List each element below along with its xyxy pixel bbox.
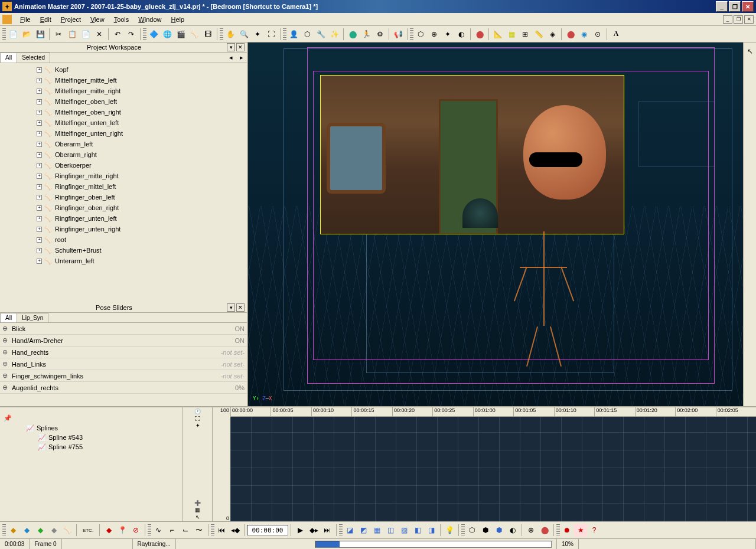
mdi-restore[interactable]: ❐ <box>734 15 743 24</box>
render-2[interactable]: ◉ <box>578 28 591 41</box>
cube-1[interactable]: ◪ <box>343 524 356 537</box>
tree-label[interactable]: Ringfinger_unten_right <box>55 226 120 233</box>
draw-2[interactable]: ⊕ <box>428 28 441 41</box>
expander-icon[interactable]: + <box>37 195 42 200</box>
tree-item[interactable]: +🦴Kopf <box>1 64 246 75</box>
obj-5[interactable]: ⊕ <box>524 524 537 537</box>
expander-icon[interactable]: + <box>37 99 42 104</box>
obj-3[interactable]: ⬢ <box>493 524 506 537</box>
expander-icon[interactable]: + <box>37 163 42 168</box>
key-tool-3[interactable]: ◆ <box>34 524 47 537</box>
tree-label[interactable]: Ringfinger_oben_left <box>55 194 115 201</box>
menu-file[interactable]: FFileile <box>15 15 35 24</box>
obj-6[interactable]: ⬤ <box>538 524 551 537</box>
tree-label[interactable]: Mittelfinger_unten_left <box>55 119 119 126</box>
viewport-3d[interactable]: Y↑ Z─X <box>248 43 743 406</box>
expander-icon[interactable]: + <box>37 67 42 73</box>
tool-4[interactable]: 🦴 <box>188 28 201 41</box>
restore-button[interactable]: ❐ <box>729 1 741 12</box>
minimize-button[interactable]: _ <box>716 1 728 12</box>
pan-button[interactable]: ✋ <box>224 28 237 41</box>
tree-label[interactable]: Mittelfinger_oben_left <box>55 98 117 105</box>
goto-end[interactable]: ⏭ <box>321 524 334 537</box>
edit-1[interactable]: 📐 <box>491 28 504 41</box>
expander-icon[interactable]: + <box>37 259 42 264</box>
expander-icon[interactable]: + <box>37 131 42 136</box>
expander-icon[interactable]: + <box>37 205 42 211</box>
tree-item[interactable]: +🦴Oberarm_left <box>1 139 246 149</box>
tree-item[interactable]: +🦴Mittelfinger_unten_left <box>1 117 246 128</box>
cube-6[interactable]: ◧ <box>411 524 424 537</box>
pose-close[interactable]: ✕ <box>236 303 245 312</box>
tree-label[interactable]: root <box>55 236 66 243</box>
tree-label[interactable]: Unterarm_left <box>55 257 94 264</box>
draw-3[interactable]: ✦ <box>441 28 454 41</box>
obj-2[interactable]: ⬢ <box>479 524 492 537</box>
menu-help[interactable]: Help <box>166 15 189 24</box>
tree-item[interactable]: +🦴Mittelfinger_mitte_right <box>1 86 246 96</box>
menu-window[interactable]: Window <box>133 15 166 24</box>
pose-tab-all[interactable]: All <box>0 313 17 322</box>
tree-label[interactable]: Ringfinger_mittel_left <box>55 183 116 190</box>
tree-item[interactable]: +🦴Unterarm_left <box>1 256 246 266</box>
slider-row[interactable]: ⊕Hand/Arm-DreherON <box>0 335 247 347</box>
ruler-tick[interactable]: 00:00:25 <box>432 407 472 416</box>
obj-1[interactable]: ⬡ <box>465 524 478 537</box>
mode-2[interactable]: ⬡ <box>301 28 314 41</box>
tree-label[interactable]: Ringfinger_mitte_right <box>55 172 119 179</box>
edit-4[interactable]: 📏 <box>532 28 545 41</box>
key-tool-1[interactable]: ◆ <box>6 524 19 537</box>
expander-icon[interactable]: + <box>37 184 42 189</box>
edit-3[interactable]: ⊞ <box>519 28 532 41</box>
key-del[interactable]: 📍 <box>116 524 129 537</box>
open-button[interactable]: 📂 <box>20 28 33 41</box>
mode-8[interactable]: 📢 <box>392 28 405 41</box>
ruler-tick[interactable]: 00:00:15 <box>351 407 392 416</box>
ruler-tick[interactable]: 00:01:00 <box>473 407 513 416</box>
tree-label[interactable]: Mittelfinger_oben_right <box>55 109 121 116</box>
mode-3[interactable]: 🔧 <box>314 28 327 41</box>
ruler-tick[interactable]: 00:00:00 <box>230 407 271 416</box>
slider-row[interactable]: ⊕Hand_Links-not set- <box>0 358 247 370</box>
tool-3[interactable]: 🎬 <box>174 28 187 41</box>
help-button[interactable]: ? <box>588 524 601 537</box>
curve-3[interactable]: ⌙ <box>179 524 192 537</box>
ruler-tick[interactable]: 00:01:15 <box>594 407 634 416</box>
tree-item[interactable]: +🦴Mittelfinger_oben_right <box>1 107 246 117</box>
delete-button[interactable]: ✕ <box>93 28 106 41</box>
pushpin-icon[interactable]: 📌 <box>4 414 12 421</box>
curve-4[interactable]: 〜 <box>193 524 206 537</box>
timeline-ruler[interactable]: 00:00:0000:00:0500:00:1000:00:1500:00:20… <box>230 407 756 417</box>
mode-6[interactable]: 🏃 <box>360 28 373 41</box>
tab-all[interactable]: All <box>0 53 17 63</box>
cursor-tool[interactable]: ↖ <box>744 45 757 58</box>
project-tree[interactable]: +🦴Kopf+🦴Mittelfinger_mitte_left+🦴Mittelf… <box>0 63 247 303</box>
expander-icon[interactable]: + <box>37 174 42 179</box>
ruler-tick[interactable]: 00:00:10 <box>311 407 351 416</box>
tab-selected[interactable]: Selected <box>17 53 50 63</box>
key-lock[interactable]: ⊘ <box>129 524 142 537</box>
key-tool-2[interactable]: ◆ <box>20 524 33 537</box>
save-button[interactable]: 💾 <box>34 28 47 41</box>
timeline-outliner[interactable]: 📌 📈Splines📈Spline #543📈Spline #755 <box>0 407 183 521</box>
undo-button[interactable]: ↶ <box>111 28 124 41</box>
expander-icon[interactable]: + <box>37 248 42 253</box>
mdi-minimize[interactable]: _ <box>723 15 732 24</box>
tl-clock-icon[interactable]: 🕐 <box>194 409 201 414</box>
expander-icon[interactable]: + <box>37 120 42 126</box>
slider-row[interactable]: ⊕Augenlid_rechts0% <box>0 382 247 394</box>
etc-button[interactable]: ETC. <box>79 524 97 537</box>
mode-5[interactable]: ⬤ <box>346 28 359 41</box>
tree-label[interactable]: Mittelfinger_mitte_left <box>55 77 117 84</box>
mdi-close[interactable]: ✕ <box>744 15 754 24</box>
tool-1[interactable]: 🔷 <box>147 28 160 41</box>
render-1[interactable]: ⬤ <box>564 28 577 41</box>
tree-item[interactable]: +🦴Ringfinger_oben_right <box>1 202 246 213</box>
tree-item[interactable]: +🦴Mittelfinger_unten_right <box>1 128 246 139</box>
slider-list[interactable]: ⊕BlickON⊕Hand/Arm-DreherON⊕Hand_rechts-n… <box>0 323 247 406</box>
tree-item[interactable]: +🦴Oberkoerper <box>1 160 246 171</box>
next-key[interactable]: ◆▸ <box>307 524 320 537</box>
mode-1[interactable]: 👤 <box>287 28 300 41</box>
tree-item[interactable]: +🦴Ringfinger_mitte_right <box>1 171 246 181</box>
obj-4[interactable]: ◐ <box>506 524 519 537</box>
